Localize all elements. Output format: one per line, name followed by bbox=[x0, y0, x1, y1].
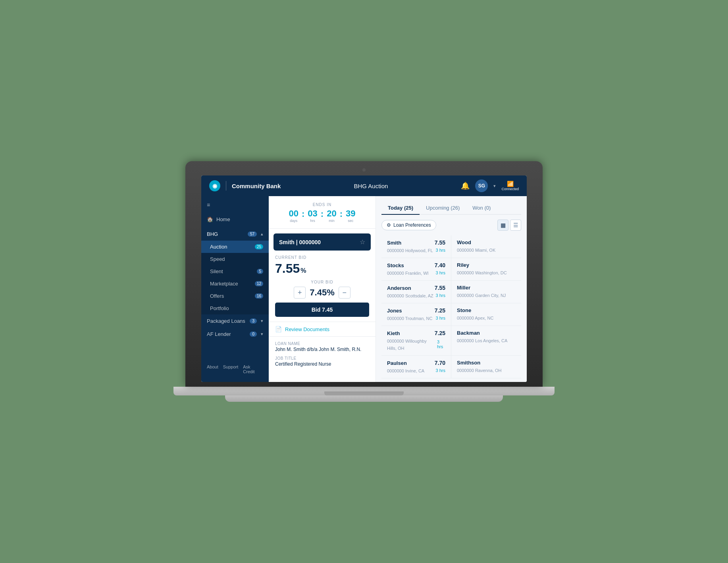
bid-value-display: 7.45% bbox=[310, 287, 334, 298]
laptop-base bbox=[173, 387, 555, 395]
timer-sec-block: 39 sec bbox=[346, 209, 355, 223]
loan-card-location: Hollywood, FL bbox=[405, 248, 433, 253]
timer-min-label: min bbox=[329, 219, 335, 223]
af-lender-badge: 0 bbox=[250, 332, 257, 337]
list-view-button[interactable]: ☰ bbox=[510, 220, 521, 231]
loan-card[interactable]: Backman0000000 Los Angeles, CA bbox=[451, 326, 521, 356]
loan-card[interactable]: Stone0000000 Apex, NC bbox=[451, 303, 521, 326]
loan-card[interactable]: Smithson0000000 Ravenna, OH bbox=[451, 356, 521, 378]
chevron-up-icon: ▴ bbox=[261, 231, 263, 237]
loan-preferences-button[interactable]: ⚙ Loan Preferences bbox=[381, 220, 436, 230]
bid-submit-button[interactable]: Bid 7.45 bbox=[275, 303, 369, 317]
loan-card[interactable]: Miller0000000 Garden City, NJ bbox=[451, 281, 521, 303]
current-bid-number: 7.55 bbox=[275, 261, 300, 276]
bid-section: CURRENT BID 7.55 % YOUR BID + 7.45% bbox=[269, 251, 376, 322]
sidebar-item-bhg[interactable]: BHG 57 ▴ bbox=[201, 228, 269, 241]
sidebar-silent-label: Silent bbox=[210, 268, 223, 274]
bank-name: Community Bank bbox=[232, 183, 281, 189]
bid-pct: % bbox=[327, 287, 335, 297]
offers-badge: 16 bbox=[255, 293, 263, 299]
sidebar-item-offers[interactable]: Offers 16 bbox=[201, 290, 269, 302]
app-body: ≡ 🏠 Home BHG 57 ▴ Auction bbox=[201, 196, 527, 382]
sidebar-home-label: Home bbox=[216, 216, 230, 222]
loan-card-name: Jones bbox=[387, 308, 402, 314]
ask-credit-link[interactable]: Ask Credit bbox=[243, 364, 263, 374]
sidebar-item-marketplace[interactable]: Marketplace 12 bbox=[201, 278, 269, 290]
loan-card[interactable]: Riley0000000 Washington, DC bbox=[451, 258, 521, 281]
sidebar-item-silent[interactable]: Silent 5 bbox=[201, 265, 269, 278]
bid-decrement-button[interactable]: − bbox=[339, 287, 351, 299]
borrower-card[interactable]: Smith | 0000000 ☆ bbox=[273, 233, 371, 251]
loan-card-location: Scottsdale, AZ bbox=[405, 293, 433, 298]
auction-badge: 25 bbox=[255, 244, 263, 249]
tab-today[interactable]: Today (25) bbox=[381, 202, 420, 215]
sidebar-item-home[interactable]: 🏠 Home bbox=[201, 213, 269, 226]
filters-row: ⚙ Loan Preferences ▦ ☰ bbox=[381, 220, 521, 231]
loan-card[interactable]: Stocks7.400000000 Franklin, WI3 hrs bbox=[381, 258, 451, 281]
loan-pref-label: Loan Preferences bbox=[393, 222, 431, 228]
sidebar-item-af-lender[interactable]: AF Lender 0 ▾ bbox=[201, 328, 269, 341]
job-title-label: JOB TITLE bbox=[275, 356, 369, 361]
marketplace-badge: 12 bbox=[255, 281, 263, 286]
loan-card[interactable]: Wood0000000 Miami, OK bbox=[451, 235, 521, 258]
timer-sec-label: sec bbox=[348, 219, 353, 223]
loan-card-name: Stocks bbox=[387, 262, 404, 268]
view-toggle: ▦ ☰ bbox=[497, 220, 521, 231]
sidebar-item-packaged-loans[interactable]: Packaged Loans 3 ▾ bbox=[201, 314, 269, 328]
timer-sep-1: : bbox=[302, 209, 304, 218]
loan-card-name: Miller bbox=[457, 285, 470, 291]
avatar[interactable]: SG bbox=[475, 179, 488, 192]
tab-upcoming[interactable]: Upcoming (26) bbox=[420, 202, 466, 215]
loan-card[interactable]: Jones7.250000000 Troutman, NC3 hrs bbox=[381, 303, 451, 326]
star-icon[interactable]: ☆ bbox=[360, 238, 365, 246]
support-link[interactable]: Support bbox=[223, 364, 239, 374]
settings-icon: ⚙ bbox=[387, 222, 391, 228]
loan-card-location: Franklin, WI bbox=[405, 271, 429, 276]
sidebar-item-speed[interactable]: Speed bbox=[201, 253, 269, 265]
loan-card-location: Troutman, NC bbox=[405, 316, 433, 321]
loan-card-time: 3 hrs bbox=[436, 368, 445, 373]
logo-icon: ◉ bbox=[209, 180, 220, 191]
loan-card-id: 0000000 bbox=[387, 271, 405, 276]
loan-card-rate: 7.40 bbox=[435, 262, 445, 268]
tab-won[interactable]: Won (0) bbox=[466, 202, 497, 215]
sidebar-item-auction[interactable]: Auction 25 bbox=[201, 241, 269, 253]
current-bid-value: 7.55 % bbox=[275, 261, 369, 276]
timer-digits: 00 days : 03 hrs : 20 bbox=[275, 209, 369, 223]
right-panel: Today (25) Upcoming (26) Won (0) ⚙ Loan … bbox=[376, 196, 527, 382]
packaged-loans-label: Packaged Loans bbox=[207, 318, 247, 324]
sidebar-offers-label: Offers bbox=[210, 293, 224, 299]
timer-days-label: days bbox=[290, 219, 297, 223]
bid-increment-button[interactable]: + bbox=[294, 287, 306, 299]
bid-number: 7.45 bbox=[310, 287, 327, 297]
chevron-down-icon[interactable]: ▾ bbox=[493, 183, 496, 189]
timer-sep-2: : bbox=[321, 209, 324, 218]
review-documents-link[interactable]: 📄 Review Documents bbox=[269, 322, 376, 336]
loan-card-name: Smithson bbox=[457, 360, 480, 366]
review-docs-label: Review Documents bbox=[285, 326, 329, 332]
borrower-name: Smith | 0000000 bbox=[279, 239, 321, 245]
about-link[interactable]: About bbox=[207, 364, 218, 374]
timer-min-value: 20 bbox=[327, 209, 336, 218]
timer-hrs-label: hrs bbox=[310, 219, 315, 223]
grid-view-button[interactable]: ▦ bbox=[497, 220, 508, 231]
timer-section: ENDS IN 00 days : 03 hrs bbox=[269, 196, 376, 229]
loan-card[interactable]: Paulsen7.700000000 Irvine, CA3 hrs bbox=[381, 356, 451, 378]
home-icon: 🏠 bbox=[207, 216, 213, 222]
loan-card[interactable]: Kieth7.250000000 Willoughby Hills, OH3 h… bbox=[381, 326, 451, 356]
loan-card-id: 0000000 bbox=[387, 339, 405, 343]
loan-card[interactable]: Anderson7.550000000 Scottsdale, AZ3 hrs bbox=[381, 281, 451, 303]
loan-card-rate: 7.70 bbox=[435, 360, 445, 366]
grid-icon: ▦ bbox=[501, 222, 506, 228]
loan-card-time: 3 hrs bbox=[436, 316, 445, 320]
loan-card-rate: 7.55 bbox=[435, 239, 445, 246]
timer-days-value: 00 bbox=[289, 209, 299, 218]
hamburger-menu-icon[interactable]: ≡ bbox=[201, 200, 269, 213]
sidebar-item-portfolio[interactable]: Portfolio bbox=[201, 302, 269, 314]
bid-controls: + 7.45% − bbox=[275, 287, 369, 299]
loan-card-location: Miami, OK bbox=[475, 248, 495, 253]
loan-card[interactable]: Smith7.550000000 Hollywood, FL3 hrs bbox=[381, 235, 451, 258]
loan-name-label: LOAN NAME bbox=[275, 341, 369, 346]
bell-icon[interactable]: 🔔 bbox=[461, 181, 470, 190]
loan-card-name: Paulsen bbox=[387, 360, 407, 366]
